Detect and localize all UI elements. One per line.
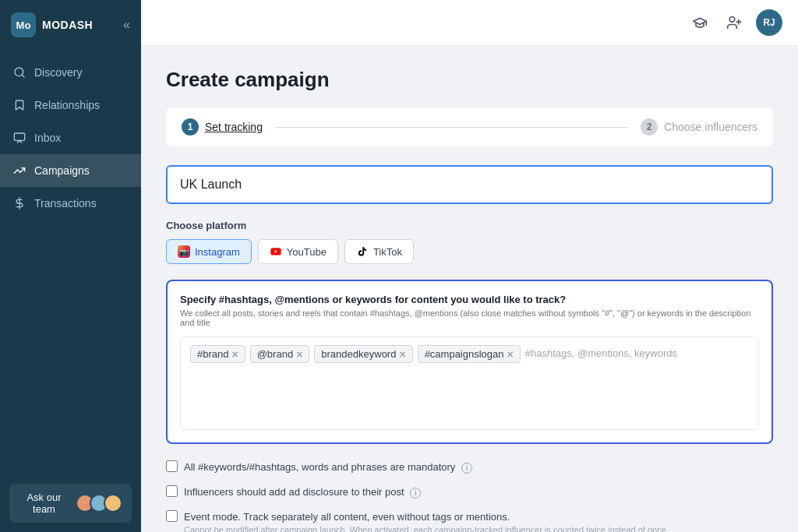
mandatory-label[interactable]: All #keywords/#hashtags, words and phras… (184, 461, 472, 473)
keyword-tag: #campaignslogan × (418, 345, 521, 363)
dollar-icon (12, 196, 26, 210)
campaign-name-input[interactable] (166, 165, 773, 204)
sidebar-item-label: Transactions (34, 197, 97, 210)
checkboxes-group: All #keywords/#hashtags, words and phras… (166, 460, 773, 532)
sidebar-item-campaigns[interactable]: Campaigns (0, 154, 141, 187)
sidebar-item-label: Relationships (34, 99, 100, 111)
sidebar-item-discovery[interactable]: Discovery (0, 56, 141, 89)
sidebar-item-inbox[interactable]: Inbox (0, 122, 141, 154)
keywords-description: We collect all posts, stories and reels … (180, 308, 759, 327)
team-avatars (76, 494, 122, 513)
remove-keyword-icon[interactable]: × (399, 349, 405, 360)
checkbox-event-mode: Event mode. Track separately all content… (166, 509, 773, 532)
event-mode-subtext: Cannot be modified after campaign launch… (184, 525, 669, 532)
inbox-icon (12, 131, 26, 145)
youtube-icon (270, 245, 282, 258)
steps-bar: 1 Set tracking 2 Choose influencers (166, 107, 773, 146)
svg-rect-2 (14, 133, 24, 140)
ask-team-button[interactable]: Ask our team (9, 484, 132, 523)
sidebar-nav: Discovery Relationships Inbox (0, 50, 141, 474)
keyword-value: #brand (197, 348, 228, 360)
platform-instagram-button[interactable]: 📷 Instagram (166, 239, 252, 264)
keywords-input-area[interactable]: #brand × @brand × brandedkeyword × #camp… (180, 336, 759, 430)
sidebar-item-label: Discovery (34, 66, 82, 79)
keywords-placeholder: #hashtags, @mentions, keywords (525, 345, 677, 363)
bookmark-icon (12, 98, 26, 112)
instagram-icon: 📷 (178, 245, 190, 258)
page-title: Create campaign (166, 68, 773, 92)
step-2: 2 Choose influencers (641, 118, 757, 136)
sidebar: Mo MODASH « Discovery Relationships (0, 0, 141, 532)
ask-team-label: Ask our team (19, 491, 69, 515)
info-icon[interactable]: i (461, 463, 472, 474)
sidebar-footer: Ask our team (0, 474, 141, 532)
info-icon[interactable]: i (410, 488, 421, 499)
checkbox-disclosure: Influencers should add ad disclosure to … (166, 484, 773, 499)
keywords-title: Specify #hashtags, @mentions or keywords… (180, 294, 759, 305)
graduation-cap-icon[interactable] (687, 10, 712, 35)
step-1-number: 1 (182, 118, 199, 136)
step-1: 1 Set tracking (182, 118, 263, 136)
mandatory-checkbox[interactable] (166, 460, 178, 472)
platform-youtube-button[interactable]: YouTube (258, 239, 338, 264)
keyword-value: brandedkeyword (321, 348, 396, 360)
platform-buttons: 📷 Instagram YouTube TikTok (166, 239, 773, 264)
page-content: Create campaign 1 Set tracking 2 Choose … (141, 46, 798, 532)
topbar: RJ (141, 0, 798, 46)
sidebar-logo: Mo MODASH (11, 12, 93, 37)
team-avatar-3 (104, 494, 122, 513)
step-connector (275, 127, 628, 128)
remove-keyword-icon[interactable]: × (507, 349, 514, 360)
event-mode-checkbox[interactable] (166, 510, 178, 522)
sidebar-item-label: Inbox (34, 132, 61, 144)
keyword-tag: @brand × (250, 345, 310, 363)
sidebar-collapse-icon[interactable]: « (123, 18, 130, 32)
step-2-label: Choose influencers (664, 121, 757, 133)
disclosure-checkbox[interactable] (166, 485, 178, 497)
keyword-value: #campaignslogan (425, 348, 504, 360)
checkbox-mandatory: All #keywords/#hashtags, words and phras… (166, 460, 773, 474)
platform-label: Choose platform (166, 220, 773, 231)
platform-tiktok-button[interactable]: TikTok (344, 239, 414, 264)
sidebar-header: Mo MODASH « (0, 0, 141, 50)
trending-up-icon (12, 164, 26, 178)
keywords-section: Specify #hashtags, @mentions or keywords… (166, 280, 773, 444)
remove-keyword-icon[interactable]: × (231, 349, 238, 360)
search-icon (12, 65, 26, 79)
tiktok-label: TikTok (373, 246, 402, 258)
sidebar-item-transactions[interactable]: Transactions (0, 187, 141, 220)
disclosure-label[interactable]: Influencers should add ad disclosure to … (184, 486, 421, 498)
add-user-icon[interactable] (722, 10, 747, 35)
remove-keyword-icon[interactable]: × (296, 349, 302, 360)
sidebar-item-label: Campaigns (34, 164, 90, 177)
event-mode-label[interactable]: Event mode. Track separately all content… (184, 511, 510, 523)
main-content: RJ Create campaign 1 Set tracking 2 Choo… (141, 0, 798, 532)
logo-text: MODASH (42, 19, 93, 31)
logo-icon: Mo (11, 12, 36, 37)
keyword-value: @brand (257, 348, 293, 360)
user-initials: RJ (763, 17, 775, 28)
tiktok-icon (356, 245, 369, 258)
keyword-tag: brandedkeyword × (314, 345, 412, 363)
keyword-tag: #brand × (190, 345, 245, 363)
user-avatar[interactable]: RJ (756, 9, 782, 36)
instagram-label: Instagram (195, 246, 240, 258)
svg-point-4 (729, 17, 735, 23)
step-2-number: 2 (641, 118, 658, 136)
sidebar-item-relationships[interactable]: Relationships (0, 89, 141, 122)
youtube-label: YouTube (287, 246, 327, 258)
step-1-label[interactable]: Set tracking (205, 121, 263, 133)
svg-line-1 (22, 75, 24, 77)
